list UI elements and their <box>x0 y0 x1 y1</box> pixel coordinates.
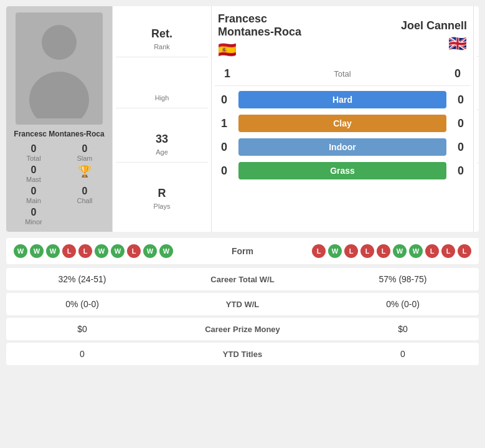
right-middle-stats: Ret. Rank 822 High 26 Age R Plays <box>473 6 479 232</box>
left-stat-mast: 0 Mast <box>9 164 58 183</box>
right-rank-block: Ret. Rank <box>477 22 479 57</box>
court-row-indoor: 0 Indoor 0 <box>215 137 470 157</box>
left-stat-main: 0 Main <box>9 186 58 204</box>
left-stat-total: 0 Total <box>9 143 58 162</box>
prize-money-left: $0 <box>14 324 151 334</box>
form-badge-l: L <box>78 244 92 258</box>
left-player-name: Francesc Montanes-Roca <box>14 130 104 138</box>
form-badge-l: L <box>425 244 439 258</box>
career-wl-row: 32% (24-51) Career Total W/L 57% (98-75) <box>6 268 479 290</box>
form-badge-l: L <box>127 244 141 258</box>
prize-money-right: $0 <box>334 324 471 334</box>
comparison-section: Francesc Montanes-Roca 0 Total 0 Slam 0 … <box>6 6 479 232</box>
ytd-titles-right: 0 <box>334 349 471 359</box>
form-badge-w: W <box>159 244 173 258</box>
form-badge-l: L <box>62 244 76 258</box>
right-player-header: Joel Cannell 🇬🇧 <box>342 19 467 52</box>
form-badge-l: L <box>344 244 358 258</box>
left-high-block: High <box>116 77 208 108</box>
form-section: WWWLLWWLWW Form LWLLLWWLLL <box>6 238 479 264</box>
court-row-hard: 0 Hard 0 <box>215 90 470 110</box>
left-player-column: Francesc Montanes-Roca 0 Total 0 Slam 0 … <box>6 6 112 232</box>
left-form-badges: WWWLLWWLWW <box>14 244 173 258</box>
form-badge-l: L <box>458 244 471 258</box>
total-row: 1 Total 0 <box>215 65 470 86</box>
left-stat-minor: 0 Minor <box>9 207 58 226</box>
form-badge-l: L <box>312 244 326 258</box>
right-age-block: 26 Age <box>477 128 479 163</box>
left-plays-block: R Plays <box>116 182 208 216</box>
left-age-block: 33 Age <box>116 128 208 163</box>
form-badge-w: W <box>30 244 44 258</box>
prize-money-label: Career Prize Money <box>151 325 334 334</box>
court-row-clay: 1 Clay 0 <box>215 113 470 133</box>
center-comparison: Francesc Montanes-Roca 🇪🇸 Joel Cannell 🇬… <box>212 6 473 232</box>
main-container: Francesc Montanes-Roca 0 Total 0 Slam 0 … <box>0 0 485 374</box>
form-label: Form <box>232 246 253 256</box>
ytd-wl-left: 0% (0-0) <box>14 299 151 309</box>
form-badge-w: W <box>111 244 125 258</box>
svg-point-1 <box>29 72 89 118</box>
left-middle-stats: Ret. Rank High 33 Age R Plays <box>112 6 212 232</box>
left-stat-chall: 0 Chall <box>60 186 109 204</box>
form-badge-w: W <box>393 244 407 258</box>
ytd-wl-label: YTD W/L <box>151 300 334 309</box>
right-plays-block: R Plays <box>477 182 479 216</box>
ytd-titles-row: 0 YTD Titles 0 <box>6 343 479 365</box>
ytd-titles-left: 0 <box>14 349 151 359</box>
left-player-header-name: Francesc Montanes-Roca <box>218 12 342 39</box>
left-player-header: Francesc Montanes-Roca 🇪🇸 <box>218 12 342 59</box>
right-form-badges: LWLLLWWLLL <box>312 244 471 258</box>
form-badge-l: L <box>360 244 374 258</box>
career-wl-left: 32% (24-51) <box>14 274 151 284</box>
left-rank-block: Ret. Rank <box>116 22 208 57</box>
form-badge-l: L <box>441 244 455 258</box>
court-rows: 0 Hard 0 1 Clay 0 0 Indoor 0 0 Grass 0 <box>215 90 470 226</box>
form-badge-w: W <box>46 244 60 258</box>
right-player-header-name: Joel Cannell <box>342 19 467 32</box>
court-row-grass: 0 Grass 0 <box>215 161 470 181</box>
players-header: Francesc Montanes-Roca 🇪🇸 Joel Cannell 🇬… <box>215 12 470 59</box>
form-badge-w: W <box>409 244 423 258</box>
left-stat-slam: 0 Slam <box>60 143 109 162</box>
form-badge-w: W <box>95 244 108 258</box>
form-badge-w: W <box>14 244 27 258</box>
form-badge-l: L <box>377 244 390 258</box>
left-player-avatar <box>16 12 103 125</box>
form-badge-w: W <box>143 244 157 258</box>
career-wl-right: 57% (98-75) <box>334 274 471 284</box>
right-high-block: 822 High <box>477 75 479 110</box>
right-flag: 🇬🇧 <box>342 35 467 52</box>
career-wl-label: Career Total W/L <box>151 275 334 284</box>
form-badge-w: W <box>328 244 342 258</box>
left-trophy-icon-cell: 🏆 <box>60 164 109 183</box>
prize-money-row: $0 Career Prize Money $0 <box>6 318 479 340</box>
ytd-wl-row: 0% (0-0) YTD W/L 0% (0-0) <box>6 293 479 315</box>
ytd-titles-label: YTD Titles <box>151 350 334 359</box>
left-flag: 🇪🇸 <box>218 41 342 59</box>
svg-point-0 <box>42 25 77 60</box>
left-trophy-icon: 🏆 <box>78 165 92 178</box>
ytd-wl-right: 0% (0-0) <box>334 299 471 309</box>
left-player-stats-grid: 0 Total 0 Slam 0 Mast 🏆 0 Main <box>9 143 109 226</box>
